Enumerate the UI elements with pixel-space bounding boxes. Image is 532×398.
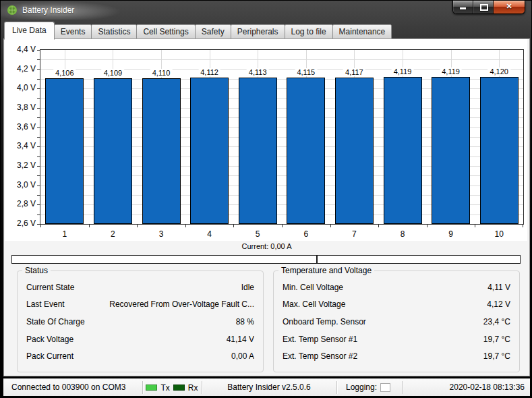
info-row-value: 19,7 °C <box>483 351 510 361</box>
info-row-value: 23,4 °C <box>483 317 510 326</box>
y-axis-tick <box>37 224 40 225</box>
x-axis-tick <box>427 225 427 227</box>
txrx-indicators: Tx Rx <box>142 379 202 396</box>
y-axis-tick <box>37 166 40 167</box>
rx-indicator <box>173 385 185 391</box>
y-axis-tick <box>37 215 40 215</box>
y-axis-label: 3,8 V <box>5 103 36 112</box>
info-row: Ext. Temp Sensor #219,7 °C <box>283 347 510 365</box>
chart-bar-cell-2 <box>94 78 132 224</box>
y-axis-label: 4,2 V <box>5 65 36 74</box>
x-axis-tick <box>89 225 90 227</box>
x-axis-tick <box>40 225 41 227</box>
chart-bar-cell-6 <box>287 78 325 224</box>
statusbar-separator <box>336 381 337 394</box>
info-row-label: Min. Cell Voltage <box>283 283 343 292</box>
y-axis-label: 3,0 V <box>5 181 36 190</box>
x-axis-tick <box>282 225 283 227</box>
y-axis-tick <box>37 98 40 99</box>
current-gauge <box>11 255 521 264</box>
bar-value-label: 4,117 <box>343 68 365 76</box>
x-axis-label: 10 <box>495 229 504 239</box>
x-axis-label: 6 <box>303 229 308 239</box>
maximize-button[interactable] <box>473 1 494 13</box>
y-axis-label: 3,2 V <box>5 161 36 170</box>
bar-value-label: 4,115 <box>295 68 317 76</box>
tab-events[interactable]: Events <box>54 24 92 39</box>
x-axis-label: 1 <box>62 229 67 239</box>
x-axis-tick <box>475 225 475 227</box>
gauge-marker <box>316 256 318 263</box>
tab-safety[interactable]: Safety <box>195 24 231 39</box>
close-icon: ✕ <box>494 2 525 11</box>
temperature-groupbox: Temperature and Voltage Min. Cell Voltag… <box>273 271 520 372</box>
info-row-value: 4,12 V <box>487 300 510 309</box>
x-axis-tick <box>523 225 523 227</box>
status-group-rows: Current StateIdleLast EventRecovered Fro… <box>18 279 263 365</box>
maximize-icon <box>480 4 488 11</box>
timestamp: 2020-02-18 08:13:36 <box>450 379 525 396</box>
y-axis-tick <box>37 175 40 176</box>
y-axis-tick <box>37 88 40 89</box>
chart-bar-cell-4 <box>190 78 229 224</box>
y-axis-tick <box>37 157 40 157</box>
tab-cell-settings[interactable]: Cell Settings <box>136 24 195 39</box>
x-axis-tick <box>233 225 234 227</box>
y-axis-label: 2,8 V <box>5 200 36 208</box>
window-controls: ✕ <box>452 1 525 14</box>
y-axis-label: 2,6 V <box>5 219 36 228</box>
info-row: Onboard Temp. Sensor23,4 °C <box>283 313 510 331</box>
info-row: Current StateIdle <box>26 279 254 296</box>
y-axis-label: 3,6 V <box>5 123 36 132</box>
info-row: Pack Voltage41,14 V <box>26 331 254 348</box>
y-axis-label: 4,0 V <box>5 84 36 92</box>
tab-log-to-file[interactable]: Log to file <box>285 24 333 39</box>
info-row-label: State Of Charge <box>26 317 85 326</box>
tab-maintenance[interactable]: Maintenance <box>332 24 392 39</box>
bar-value-label: 4,120 <box>487 67 510 76</box>
temperature-group-rows: Min. Cell Voltage4,11 VMax. Cell Voltage… <box>274 279 519 365</box>
x-axis-tick <box>378 225 379 227</box>
chart-bar-cell-10 <box>480 77 519 224</box>
app-icon <box>7 5 18 16</box>
x-axis-tick <box>185 225 186 227</box>
tab-live-data[interactable]: Live Data <box>4 22 55 40</box>
x-axis-label: 4 <box>207 229 212 239</box>
chart-plot: 4,10614,10924,11034,11244,11354,11564,11… <box>40 49 524 225</box>
info-row-label: Onboard Temp. Sensor <box>283 317 366 326</box>
logging-checkbox[interactable] <box>380 383 390 392</box>
info-row-value: 0,00 A <box>231 351 254 361</box>
info-row: Min. Cell Voltage4,11 V <box>283 279 510 296</box>
tab-statistics[interactable]: Statistics <box>91 24 137 39</box>
bar-value-label: 4,119 <box>440 67 462 76</box>
live-data-tabpage: 4,10614,10924,11034,11244,11354,11564,11… <box>3 38 530 376</box>
bar-value-label: 4,112 <box>198 68 220 76</box>
info-row-label: Max. Cell Voltage <box>283 300 345 309</box>
version-text: Battery Insider v2.5.0.6 <box>202 379 336 396</box>
tab-peripherals[interactable]: Peripherals <box>231 24 285 39</box>
status-group-title: Status <box>22 266 51 275</box>
info-row: State Of Charge88 % <box>26 313 254 331</box>
y-axis-tick <box>37 127 40 128</box>
y-axis-tick <box>37 137 40 138</box>
window-title: Battery Insider <box>22 5 74 15</box>
close-button[interactable]: ✕ <box>494 1 525 13</box>
current-label: Current: 0,00 A <box>4 242 529 250</box>
info-row-label: Last Event <box>26 300 65 309</box>
info-row-value: 88 % <box>236 317 254 326</box>
x-axis-label: 2 <box>111 229 115 239</box>
title-bar[interactable]: Battery Insider ✕ <box>1 1 531 20</box>
y-axis-tick <box>37 108 40 109</box>
logging-label: Logging: <box>346 379 377 396</box>
temperature-group-title: Temperature and Voltage <box>278 266 374 275</box>
info-row-value: 4,11 V <box>487 283 510 292</box>
x-axis-label: 5 <box>256 229 260 239</box>
chart-bar-cell-7 <box>335 78 374 224</box>
minimize-button[interactable] <box>453 1 473 13</box>
info-row-label: Ext. Temp Sensor #1 <box>283 335 357 344</box>
info-row-label: Pack Voltage <box>26 335 73 344</box>
bar-value-label: 4,106 <box>53 69 76 77</box>
y-axis-tick <box>37 146 40 147</box>
bar-value-label: 4,113 <box>247 68 269 76</box>
info-row-value: Idle <box>241 283 254 292</box>
